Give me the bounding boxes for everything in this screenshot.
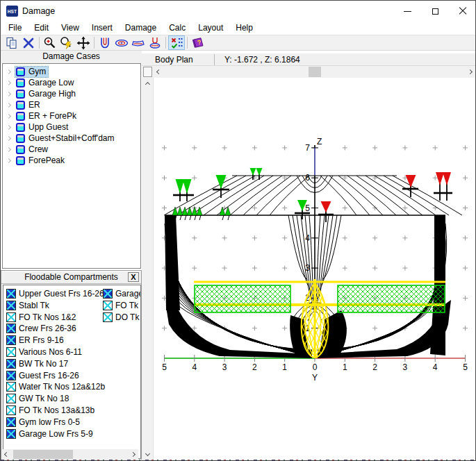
- svg-text:3: 3: [403, 362, 408, 372]
- menu-item-insert[interactable]: Insert: [85, 22, 119, 35]
- compartment-row[interactable]: Upper Guest Frs 16-26: [6, 288, 104, 299]
- menu-item-view[interactable]: View: [55, 22, 85, 35]
- damage-case-entry: Garage High: [15, 89, 78, 99]
- body-plan-view-button[interactable]: [97, 35, 113, 50]
- compartment-label: Upper Guest Frs 16-26: [19, 289, 104, 299]
- copy-button[interactable]: [3, 35, 20, 50]
- compartment-label: Various Nos 6-11: [19, 347, 82, 357]
- compartment-row[interactable]: Water Tk Nos 12a&12b: [6, 381, 105, 392]
- chevron-right-icon: [131, 452, 136, 457]
- expand-chevron-icon[interactable]: [6, 146, 11, 151]
- help-book-icon: ?: [190, 36, 206, 50]
- expand-chevron-icon[interactable]: [6, 102, 11, 107]
- compartment-row[interactable]: Crew Frs 26-36: [6, 323, 76, 334]
- minimize-button[interactable]: [393, 1, 421, 22]
- menu-item-file[interactable]: File: [2, 22, 28, 35]
- compartment-tank-icon: [6, 324, 16, 333]
- menu-bar: FileEditViewInsertDamageCalcLayoutHelp: [1, 22, 476, 35]
- compartment-tank-icon: [6, 312, 16, 322]
- profile-view-button[interactable]: [130, 35, 147, 50]
- damage-cases-tree: GymGarage LowGarage HighERER + ForePkUpp…: [2, 63, 141, 269]
- expand-chevron-icon[interactable]: [6, 113, 11, 118]
- compartment-row[interactable]: FO Tk I: [103, 300, 141, 311]
- compartment-tank-icon: [6, 335, 16, 345]
- delete-button[interactable]: [20, 35, 37, 50]
- damage-case-row[interactable]: Upp Guest: [3, 121, 140, 133]
- window-title: Damage: [22, 6, 55, 16]
- damage-case-row[interactable]: ER + ForePk: [3, 110, 140, 121]
- maximize-button[interactable]: [421, 1, 449, 22]
- profile-view-icon: [131, 36, 146, 50]
- damage-case-entry: Guest+Stabil+Coff'dam: [15, 133, 116, 144]
- compartment-row[interactable]: DO Tk: [103, 312, 139, 323]
- body-plan-header: Body Plan Y: -1.672 , Z: 6.1864: [142, 53, 476, 66]
- compartment-row[interactable]: Various Nos 6-11: [6, 346, 82, 358]
- compartment-row[interactable]: Stabl Tk: [6, 300, 49, 311]
- compartment-row[interactable]: Garage Low Frs 5-9: [6, 428, 93, 439]
- scroll-right-arrow[interactable]: [465, 67, 475, 77]
- section-stack-button[interactable]: [147, 35, 163, 50]
- compartment-row[interactable]: Gym low Frs 0-5: [6, 417, 80, 428]
- damage-case-row[interactable]: ER: [3, 99, 140, 110]
- compartment-row[interactable]: FO Tk Nos 13a&13b: [6, 405, 95, 416]
- damage-case-icon: [16, 134, 25, 143]
- damage-case-row[interactable]: Garage Low: [3, 77, 140, 88]
- svg-text:2: 2: [252, 362, 257, 372]
- scrollbar-thumb[interactable]: [309, 67, 321, 77]
- floodable-compartments-header[interactable]: Floodable Compartments X: [1, 271, 141, 284]
- damage-calc-toggle-button[interactable]: [168, 35, 185, 50]
- expand-chevron-icon[interactable]: [6, 158, 11, 162]
- damage-case-row[interactable]: Guest+Stabil+Coff'dam: [3, 133, 140, 144]
- damage-case-row[interactable]: ForePeak: [3, 155, 140, 166]
- pan-icon: [76, 36, 90, 50]
- svg-text:1: 1: [282, 362, 287, 372]
- zoom-in-button[interactable]: [42, 35, 58, 50]
- copy-icon: [5, 36, 19, 50]
- expand-chevron-icon[interactable]: [6, 80, 11, 85]
- panel-close-button[interactable]: X: [128, 272, 139, 282]
- chevron-left-icon: [156, 69, 161, 74]
- zoom-window-button[interactable]: [58, 35, 75, 50]
- menu-item-help[interactable]: Help: [229, 22, 259, 35]
- compartment-row[interactable]: FO Tk Nos 1&2: [6, 312, 76, 323]
- compartment-row[interactable]: Garage: [103, 288, 141, 299]
- body-plan-v-scrollbar[interactable]: [142, 78, 154, 460]
- compartments-h-scrollbar[interactable]: [1, 449, 138, 460]
- damage-case-label: Gym: [28, 67, 46, 76]
- menu-item-layout[interactable]: Layout: [192, 22, 229, 35]
- menu-item-damage[interactable]: Damage: [119, 22, 163, 35]
- compartment-label: Garage Low Frs 5-9: [19, 429, 93, 439]
- compartment-row[interactable]: BW Tk No 17: [6, 358, 68, 369]
- scroll-left-arrow[interactable]: [1, 449, 12, 460]
- pan-button[interactable]: [75, 35, 92, 50]
- body-plan-h-scrollbar[interactable]: [142, 66, 476, 78]
- close-button[interactable]: [449, 1, 476, 22]
- menu-item-calc[interactable]: Calc: [163, 22, 192, 35]
- damage-case-row[interactable]: Garage High: [3, 88, 140, 99]
- waterplane-view-button[interactable]: [113, 35, 130, 50]
- scroll-left-arrow[interactable]: [154, 67, 164, 77]
- expand-chevron-icon[interactable]: [6, 135, 11, 140]
- expand-chevron-icon[interactable]: [6, 124, 11, 129]
- body-plan-canvas[interactable]: 54321012345Y7654321Z: [154, 78, 476, 460]
- chevron-up-icon: [145, 82, 150, 87]
- expand-chevron-icon[interactable]: [6, 69, 11, 74]
- expand-chevron-icon[interactable]: [6, 91, 11, 96]
- scroll-right-arrow[interactable]: [128, 449, 138, 460]
- scrollbar-thumb[interactable]: [13, 450, 73, 459]
- damage-case-row[interactable]: Gym: [3, 66, 140, 77]
- scroll-up-arrow[interactable]: [142, 79, 153, 90]
- damage-case-entry: Garage Low: [15, 78, 76, 88]
- damage-case-label: Garage High: [28, 89, 76, 99]
- compartment-row[interactable]: Guest Frs 16-26: [6, 370, 79, 381]
- compartment-row[interactable]: ER Frs 9-16: [6, 335, 64, 346]
- compartment-tank-icon: [6, 394, 16, 403]
- compartment-tank-icon: [6, 417, 16, 427]
- help-button[interactable]: ?: [190, 35, 206, 50]
- damage-calc-toggle-icon: [170, 36, 183, 50]
- menu-item-edit[interactable]: Edit: [28, 22, 55, 35]
- compartment-row[interactable]: GW Tk No 18: [6, 393, 69, 404]
- scroll-down-arrow[interactable]: [142, 449, 153, 459]
- compartment-tank-icon: [103, 289, 113, 299]
- damage-case-row[interactable]: Crew: [3, 144, 140, 155]
